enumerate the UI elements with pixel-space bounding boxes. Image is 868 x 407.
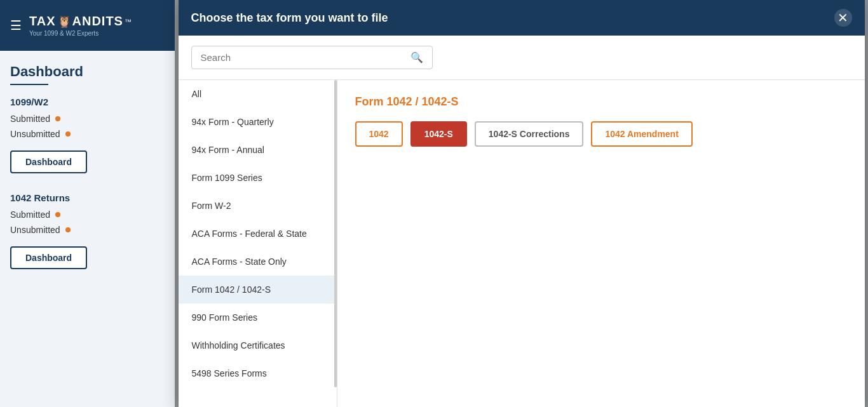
modal-body: All94x Form - Quarterly94x Form - Annual… (179, 80, 865, 407)
dashboard-title: Dashboard (10, 63, 165, 80)
main-area: Choose the tax form you want to file ✕ 🔍… (175, 0, 868, 407)
form-button-1042-amendment[interactable]: 1042 Amendment (591, 121, 692, 147)
sidebar: ☰ TAX 🦉 ANDITS ™ Your 1099 & W2 Experts … (0, 0, 175, 407)
modal-nav-item-aca-state-only[interactable]: ACA Forms - State Only (179, 248, 337, 276)
modal-nav-item-aca-federal-state[interactable]: ACA Forms - Federal & State (179, 220, 337, 248)
form-buttons-row: 10421042-S1042-S Corrections1042 Amendme… (355, 121, 847, 147)
section2-submitted-label: Submitted (10, 210, 50, 220)
section2-unsubmitted-row: Unsubmitted (10, 225, 165, 235)
form-button-1042-s-corrections[interactable]: 1042-S Corrections (475, 121, 584, 147)
section1-submitted-row: Submitted (10, 114, 165, 124)
modal-overlay: Choose the tax form you want to file ✕ 🔍… (175, 0, 868, 407)
modal-nav-item-form-1042[interactable]: Form 1042 / 1042-S (179, 276, 337, 304)
modal-nav-item-990-series[interactable]: 990 Form Series (179, 304, 337, 331)
form-section-title: Form 1042 / 1042-S (355, 95, 847, 109)
modal-search-bar: 🔍 (179, 36, 865, 80)
section1-unsubmitted-label: Unsubmitted (10, 129, 60, 139)
modal-nav-item-5498-series[interactable]: 5498 Series Forms (179, 359, 337, 387)
form-button-1042-s[interactable]: 1042-S (410, 121, 467, 147)
section1-label: 1099/W2 (10, 97, 165, 107)
modal-nav-item-94x-annual[interactable]: 94x Form - Annual (179, 136, 337, 164)
section1-submitted-label: Submitted (10, 114, 50, 124)
sidebar-header: ☰ TAX 🦉 ANDITS ™ Your 1099 & W2 Experts (0, 0, 175, 51)
modal-content: Form 1042 / 1042-S 10421042-S1042-S Corr… (337, 80, 865, 407)
modal-close-button[interactable]: ✕ (834, 9, 852, 27)
form-button-1042[interactable]: 1042 (355, 121, 403, 147)
modal-nav-item-withholding[interactable]: Withholding Certificates (179, 331, 337, 359)
section2-submitted-dot (55, 212, 60, 217)
section2-label: 1042 Returns (10, 192, 165, 203)
modal-nav: All94x Form - Quarterly94x Form - Annual… (179, 80, 337, 407)
section1-dashboard-button[interactable]: Dashboard (10, 150, 87, 173)
modal-title: Choose the tax form you want to file (191, 11, 388, 25)
search-icon[interactable]: 🔍 (410, 51, 423, 63)
search-input[interactable] (201, 52, 410, 63)
section1-unsubmitted-row: Unsubmitted (10, 129, 165, 139)
section1-submitted-dot (55, 116, 60, 121)
section1-unsubmitted-dot (65, 131, 71, 137)
sidebar-divider (10, 84, 48, 85)
logo: TAX 🦉 ANDITS ™ (29, 14, 132, 29)
modal: Choose the tax form you want to file ✕ 🔍… (179, 0, 865, 407)
logo-area: TAX 🦉 ANDITS ™ Your 1099 & W2 Experts (29, 14, 132, 37)
hamburger-icon[interactable]: ☰ (10, 18, 22, 33)
modal-nav-scroll: All94x Form - Quarterly94x Form - Annual… (179, 80, 337, 387)
section2-unsubmitted-dot (65, 227, 71, 232)
section2-unsubmitted-label: Unsubmitted (10, 225, 60, 235)
modal-nav-item-all[interactable]: All (179, 80, 337, 108)
section2-submitted-row: Submitted (10, 210, 165, 220)
sidebar-content: Dashboard 1099/W2 Submitted Unsubmitted … (0, 51, 175, 407)
modal-nav-item-form-w2[interactable]: Form W-2 (179, 192, 337, 220)
section2-dashboard-button[interactable]: Dashboard (10, 246, 87, 269)
modal-nav-item-form-1099[interactable]: Form 1099 Series (179, 164, 337, 192)
logo-tagline: Your 1099 & W2 Experts (29, 30, 98, 37)
search-input-wrapper: 🔍 (191, 46, 433, 69)
modal-header: Choose the tax form you want to file ✕ (179, 0, 865, 36)
modal-nav-item-94x-quarterly[interactable]: 94x Form - Quarterly (179, 108, 337, 136)
